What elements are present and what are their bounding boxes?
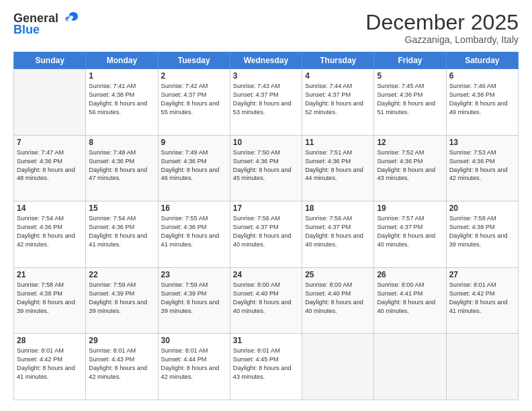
sunset-label: Sunset: 4:36 PM: [17, 224, 62, 230]
calendar-cell: 6 Sunrise: 7:46 AM Sunset: 4:36 PM Dayli…: [446, 69, 518, 136]
sunset-label: Sunset: 4:40 PM: [305, 290, 351, 297]
calendar-cell: 10 Sunrise: 7:50 AM Sunset: 4:36 PM Dayl…: [230, 135, 302, 201]
day-number: 22: [89, 270, 154, 279]
day-number: 6: [449, 71, 515, 81]
calendar-table: SundayMondayTuesdayWednesdayThursdayFrid…: [13, 52, 519, 400]
daylight-label: Daylight: 8 hours and 49 minutes.: [449, 100, 508, 116]
day-number: 15: [89, 203, 154, 213]
calendar-cell: 18 Sunrise: 7:56 AM Sunset: 4:37 PM Dayl…: [302, 201, 374, 268]
calendar-cell: 30 Sunrise: 8:01 AM Sunset: 4:44 PM Dayl…: [158, 334, 230, 400]
calendar-cell: 28 Sunrise: 8:01 AM Sunset: 4:42 PM Dayl…: [14, 334, 86, 400]
sunset-label: Sunset: 4:45 PM: [233, 356, 279, 363]
daylight-label: Daylight: 8 hours and 41 minutes.: [161, 232, 220, 248]
sunrise-label: Sunrise: 7:45 AM: [377, 83, 424, 89]
calendar-cell: 21 Sunrise: 7:58 AM Sunset: 4:38 PM Dayl…: [14, 267, 86, 334]
day-info: Sunrise: 8:00 AM Sunset: 4:40 PM Dayligh…: [233, 281, 299, 316]
daylight-label: Daylight: 8 hours and 40 minutes.: [233, 232, 292, 248]
sunrise-label: Sunrise: 7:41 AM: [89, 83, 136, 89]
sunrise-label: Sunrise: 7:54 AM: [89, 215, 136, 222]
sunset-label: Sunset: 4:37 PM: [305, 91, 351, 98]
sunrise-label: Sunrise: 7:58 AM: [17, 281, 64, 288]
day-number: 5: [377, 71, 443, 81]
day-info: Sunrise: 7:46 AM Sunset: 4:36 PM Dayligh…: [449, 82, 515, 117]
daylight-label: Daylight: 8 hours and 45 minutes.: [233, 167, 292, 182]
day-info: Sunrise: 7:45 AM Sunset: 4:36 PM Dayligh…: [377, 82, 443, 117]
weekday-header-wednesday: Wednesday: [230, 52, 302, 69]
calendar-cell: [302, 334, 374, 400]
day-info: Sunrise: 7:43 AM Sunset: 4:37 PM Dayligh…: [233, 82, 299, 117]
sunrise-label: Sunrise: 7:56 AM: [233, 215, 280, 222]
sunset-label: Sunset: 4:42 PM: [449, 290, 495, 297]
sunrise-label: Sunrise: 7:46 AM: [449, 83, 496, 89]
day-number: 24: [233, 270, 299, 279]
calendar-week-row: 1 Sunrise: 7:41 AM Sunset: 4:38 PM Dayli…: [14, 69, 519, 136]
sunrise-label: Sunrise: 7:48 AM: [89, 149, 136, 156]
day-info: Sunrise: 7:48 AM Sunset: 4:36 PM Dayligh…: [89, 148, 154, 183]
location: Gazzaniga, Lombardy, Italy: [365, 34, 519, 45]
day-number: 16: [161, 203, 227, 213]
calendar-week-row: 7 Sunrise: 7:47 AM Sunset: 4:36 PM Dayli…: [14, 135, 519, 201]
sunset-label: Sunset: 4:38 PM: [17, 290, 62, 297]
sunset-label: Sunset: 4:37 PM: [233, 91, 279, 98]
daylight-label: Daylight: 8 hours and 40 minutes.: [305, 232, 363, 248]
sunrise-label: Sunrise: 8:01 AM: [233, 347, 280, 354]
calendar-cell: 14 Sunrise: 7:54 AM Sunset: 4:36 PM Dayl…: [14, 201, 86, 268]
calendar-cell: 2 Sunrise: 7:42 AM Sunset: 4:37 PM Dayli…: [158, 69, 230, 136]
sunrise-label: Sunrise: 7:59 AM: [89, 281, 136, 288]
day-number: 23: [161, 270, 227, 279]
day-number: 25: [305, 270, 371, 279]
daylight-label: Daylight: 8 hours and 53 minutes.: [233, 100, 292, 116]
day-number: 9: [161, 138, 227, 147]
daylight-label: Daylight: 8 hours and 40 minutes.: [377, 299, 435, 314]
daylight-label: Daylight: 8 hours and 47 minutes.: [89, 167, 147, 182]
day-info: Sunrise: 8:01 AM Sunset: 4:42 PM Dayligh…: [17, 347, 83, 381]
calendar-cell: 17 Sunrise: 7:56 AM Sunset: 4:37 PM Dayl…: [230, 201, 302, 268]
sunset-label: Sunset: 4:42 PM: [17, 356, 62, 363]
weekday-header-thursday: Thursday: [302, 52, 374, 69]
day-info: Sunrise: 7:56 AM Sunset: 4:37 PM Dayligh…: [305, 214, 371, 249]
sunrise-label: Sunrise: 7:54 AM: [17, 215, 64, 222]
day-number: 1: [89, 71, 154, 81]
sunrise-label: Sunrise: 7:57 AM: [377, 215, 424, 222]
calendar-cell: 23 Sunrise: 7:59 AM Sunset: 4:39 PM Dayl…: [158, 267, 230, 334]
sunset-label: Sunset: 4:36 PM: [305, 158, 351, 165]
calendar-cell: 15 Sunrise: 7:54 AM Sunset: 4:36 PM Dayl…: [86, 201, 158, 268]
day-info: Sunrise: 7:44 AM Sunset: 4:37 PM Dayligh…: [305, 82, 371, 117]
day-info: Sunrise: 7:50 AM Sunset: 4:36 PM Dayligh…: [233, 148, 299, 183]
month-title: December 2025: [365, 11, 519, 34]
sunrise-label: Sunrise: 7:47 AM: [17, 149, 64, 156]
sunrise-label: Sunrise: 7:50 AM: [233, 149, 280, 156]
day-info: Sunrise: 8:00 AM Sunset: 4:41 PM Dayligh…: [377, 281, 443, 316]
page: General Blue December 2025 Gazzaniga, Lo…: [0, 0, 532, 411]
sunset-label: Sunset: 4:41 PM: [377, 290, 423, 297]
day-number: 30: [161, 336, 227, 345]
day-number: 20: [449, 203, 515, 213]
sunset-label: Sunset: 4:36 PM: [449, 158, 495, 165]
daylight-label: Daylight: 8 hours and 42 minutes.: [449, 167, 508, 182]
calendar-cell: 8 Sunrise: 7:48 AM Sunset: 4:36 PM Dayli…: [86, 135, 158, 201]
calendar-cell: 9 Sunrise: 7:49 AM Sunset: 4:36 PM Dayli…: [158, 135, 230, 201]
day-info: Sunrise: 7:54 AM Sunset: 4:36 PM Dayligh…: [89, 214, 154, 249]
sunset-label: Sunset: 4:44 PM: [161, 356, 207, 363]
header: General Blue December 2025 Gazzaniga, Lo…: [13, 11, 519, 45]
sunrise-label: Sunrise: 7:51 AM: [305, 149, 352, 156]
calendar-week-row: 28 Sunrise: 8:01 AM Sunset: 4:42 PM Dayl…: [14, 334, 519, 400]
sunrise-label: Sunrise: 7:42 AM: [161, 83, 208, 89]
sunrise-label: Sunrise: 7:56 AM: [305, 215, 352, 222]
day-info: Sunrise: 7:59 AM Sunset: 4:39 PM Dayligh…: [161, 281, 227, 316]
daylight-label: Daylight: 8 hours and 41 minutes.: [89, 232, 147, 248]
sunset-label: Sunset: 4:36 PM: [89, 158, 134, 165]
calendar-cell: 31 Sunrise: 8:01 AM Sunset: 4:45 PM Dayl…: [230, 334, 302, 400]
day-number: 19: [377, 203, 443, 213]
title-block: December 2025 Gazzaniga, Lombardy, Italy: [365, 11, 519, 45]
sunset-label: Sunset: 4:39 PM: [89, 290, 134, 297]
daylight-label: Daylight: 8 hours and 42 minutes.: [89, 365, 147, 380]
calendar-cell: 16 Sunrise: 7:55 AM Sunset: 4:36 PM Dayl…: [158, 201, 230, 268]
daylight-label: Daylight: 8 hours and 43 minutes.: [233, 365, 292, 380]
day-info: Sunrise: 7:49 AM Sunset: 4:36 PM Dayligh…: [161, 148, 227, 183]
day-number: 29: [89, 336, 154, 345]
logo-blue: Blue: [13, 23, 40, 37]
day-info: Sunrise: 7:52 AM Sunset: 4:36 PM Dayligh…: [377, 148, 443, 183]
daylight-label: Daylight: 8 hours and 41 minutes.: [17, 365, 75, 380]
daylight-label: Daylight: 8 hours and 48 minutes.: [17, 167, 75, 182]
